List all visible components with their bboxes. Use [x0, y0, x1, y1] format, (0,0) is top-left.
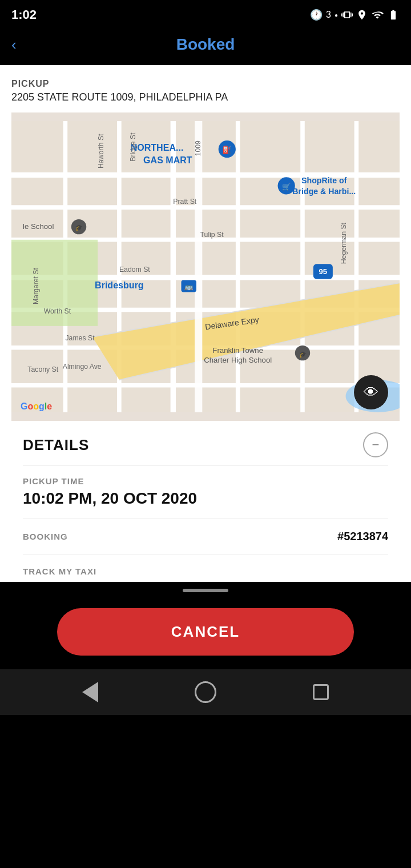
svg-text:ShopRite of: ShopRite of	[301, 176, 347, 185]
svg-text:James St: James St	[65, 334, 95, 342]
main-content: PICKUP 2205 STATE ROUTE 1009, PHILADELPH…	[0, 65, 411, 582]
svg-text:Charter High School: Charter High School	[204, 356, 272, 364]
booking-value: #5213874	[337, 530, 388, 543]
details-section: DETAILS − PICKUP TIME 10:02 PM, 20 OCT 2…	[11, 421, 400, 582]
eye-icon: 👁	[364, 384, 378, 401]
svg-text:🎓: 🎓	[75, 224, 83, 231]
svg-text:Tacony St: Tacony St	[27, 365, 58, 373]
android-nav	[0, 669, 411, 715]
minus-icon: −	[372, 439, 380, 451]
booking-label: BOOKING	[23, 532, 68, 541]
svg-text:NORTHEA...: NORTHEA...	[131, 142, 184, 152]
status-time: 1:02	[11, 7, 37, 22]
vibrate-icon	[341, 9, 353, 21]
svg-text:Bridesburg: Bridesburg	[95, 280, 144, 290]
notification-icon: 3	[326, 10, 331, 20]
svg-text:Tulip St: Tulip St	[200, 231, 224, 239]
map-eye-button[interactable]: 👁	[354, 375, 388, 409]
svg-text:le School: le School	[23, 222, 54, 231]
clock-icon: 🕐	[310, 9, 323, 21]
indicator-bar	[183, 589, 228, 592]
svg-rect-18	[195, 121, 202, 412]
svg-text:Almingo Ave: Almingo Ave	[63, 363, 102, 371]
svg-text:1009: 1009	[194, 140, 202, 156]
pickup-time-value: 10:02 PM, 20 OCT 2020	[23, 489, 388, 508]
map-svg: 95 NORTHEA... GAS MART ⛽ ShopRite of Bri…	[11, 112, 400, 421]
nav-home-button[interactable]	[195, 681, 216, 703]
cancel-button[interactable]: CANCEL	[57, 608, 354, 656]
pickup-time-row: PICKUP TIME 10:02 PM, 20 OCT 2020	[23, 466, 388, 519]
cancel-area: CANCEL	[0, 599, 411, 669]
svg-text:Hegerman St: Hegerman St	[340, 222, 348, 264]
svg-text:⛽: ⛽	[222, 145, 232, 155]
svg-text:Franklin Towne: Franklin Towne	[212, 346, 263, 355]
svg-text:Eadom St: Eadom St	[119, 266, 150, 274]
details-title: DETAILS	[23, 436, 89, 454]
wifi-icon	[371, 9, 384, 21]
svg-text:Margaret St: Margaret St	[32, 267, 40, 304]
svg-text:Bridge & Harbi...: Bridge & Harbi...	[292, 187, 356, 196]
svg-text:🚌: 🚌	[184, 282, 194, 291]
status-icons: 🕐 3 ●	[310, 9, 400, 21]
svg-text:Worth St: Worth St	[44, 307, 71, 315]
nav-recent-button[interactable]	[313, 684, 329, 700]
track-label: TRACK MY TAXI	[23, 566, 388, 576]
status-bar: 1:02 🕐 3 ●	[0, 0, 411, 30]
pickup-time-label: PICKUP TIME	[23, 476, 388, 486]
svg-text:🛒: 🛒	[282, 182, 291, 191]
dot-icon: ●	[335, 12, 338, 18]
pickup-address: 2205 STATE ROUTE 1009, PHILADELPHIA PA	[11, 91, 400, 103]
header: ‹ Booked	[0, 30, 411, 65]
track-row: TRACK MY TAXI	[23, 555, 388, 582]
location-icon	[356, 9, 368, 21]
page-title: Booked	[176, 35, 235, 54]
back-button[interactable]: ‹	[11, 36, 17, 54]
map-container: 95 NORTHEA... GAS MART ⛽ ShopRite of Bri…	[11, 112, 400, 421]
google-logo: Google	[21, 401, 52, 412]
svg-text:🎓: 🎓	[299, 351, 307, 358]
collapse-button[interactable]: −	[363, 432, 388, 457]
pickup-label: PICKUP	[11, 79, 400, 89]
svg-text:Pratt St: Pratt St	[173, 198, 196, 206]
svg-text:Haworth St: Haworth St	[97, 134, 105, 168]
battery-icon	[387, 9, 400, 21]
nav-back-button[interactable]	[82, 682, 98, 702]
svg-text:95: 95	[319, 267, 328, 276]
svg-text:Bridge St: Bridge St	[129, 132, 137, 162]
bottom-indicator	[0, 582, 411, 599]
details-header: DETAILS −	[23, 421, 388, 466]
svg-text:GAS MART: GAS MART	[143, 155, 192, 165]
booking-row: BOOKING #5213874	[23, 519, 388, 555]
